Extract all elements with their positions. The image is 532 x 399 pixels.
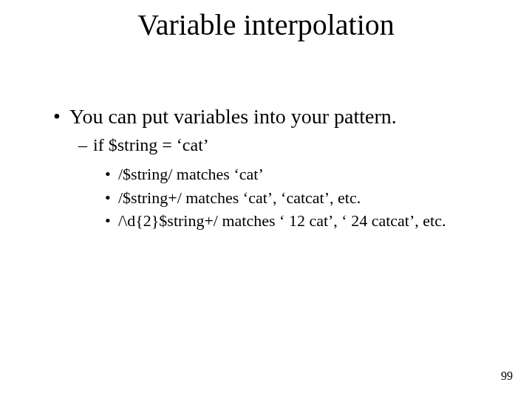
bullet-level3: •/$string/ matches ‘cat’ (105, 163, 497, 185)
bullet-level1-text: You can put variables into your pattern. (69, 105, 397, 128)
bullet-level3-group: •/$string/ matches ‘cat’ •/$string+/ mat… (105, 163, 497, 232)
bullet-level3: •/$string+/ matches ‘cat’, ‘catcat’, etc… (105, 187, 497, 209)
bullet-level2-text: if $string = ‘cat’ (93, 135, 209, 154)
bullet-level3: •/\d{2}$string+/ matches ‘ 12 cat’, ‘ 24… (105, 210, 497, 232)
dash-icon: – (78, 134, 93, 156)
bullet-level3-text: /$string+/ matches ‘cat’, ‘catcat’, etc. (118, 188, 361, 207)
slide-title: Variable interpolation (0, 7, 532, 42)
bullet-level1: •You can put variables into your pattern… (53, 103, 497, 129)
bullet-dot-icon: • (105, 187, 118, 209)
bullet-level2: –if $string = ‘cat’ (78, 134, 497, 156)
bullet-level3-text: /\d{2}$string+/ matches ‘ 12 cat’, ‘ 24 … (118, 211, 446, 230)
bullet-dot-icon: • (53, 103, 69, 129)
bullet-dot-icon: • (105, 163, 118, 185)
bullet-level3-text: /$string/ matches ‘cat’ (118, 165, 264, 183)
slide-body: •You can put variables into your pattern… (53, 103, 497, 233)
page-number: 99 (501, 369, 513, 383)
bullet-dot-icon: • (105, 210, 118, 232)
slide: Variable interpolation •You can put vari… (0, 0, 532, 399)
